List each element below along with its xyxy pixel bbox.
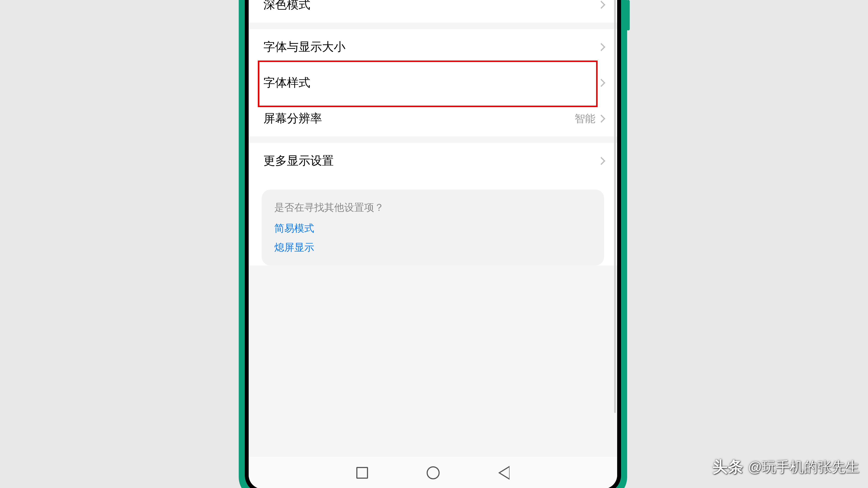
settings-section-1: 护眼模式 深色模式 bbox=[249, 0, 617, 23]
square-icon bbox=[356, 467, 368, 479]
chevron-right-icon bbox=[597, 157, 606, 165]
item-right bbox=[598, 44, 604, 50]
watermark-author: @玩手机的张先生 bbox=[748, 458, 859, 477]
item-label: 屏幕分辨率 bbox=[264, 110, 322, 126]
phone-screen: 护眼模式 深色模式 字体与显示大小 bbox=[249, 0, 617, 488]
settings-item-dark-mode[interactable]: 深色模式 bbox=[249, 0, 617, 23]
nav-recent-button[interactable] bbox=[356, 467, 368, 479]
settings-item-screen-resolution[interactable]: 屏幕分辨率 智能 bbox=[249, 101, 617, 136]
settings-scroll-area[interactable]: 护眼模式 深色模式 字体与显示大小 bbox=[249, 0, 617, 456]
suggestions-title: 是否在寻找其他设置项？ bbox=[274, 201, 592, 214]
item-label: 深色模式 bbox=[264, 0, 310, 12]
item-label: 字体与显示大小 bbox=[264, 39, 345, 55]
item-right bbox=[598, 158, 604, 164]
search-suggestions-card: 是否在寻找其他设置项？ 简易模式 熄屏显示 bbox=[262, 190, 604, 265]
item-right bbox=[598, 80, 604, 86]
chevron-right-icon bbox=[597, 79, 606, 87]
item-label: 字体样式 bbox=[264, 75, 310, 91]
circle-icon bbox=[427, 466, 440, 479]
item-right bbox=[598, 2, 604, 8]
settings-item-more-display[interactable]: 更多显示设置 bbox=[249, 143, 617, 179]
item-label: 更多显示设置 bbox=[264, 153, 334, 169]
settings-item-font-style[interactable]: 字体样式 bbox=[249, 65, 617, 101]
chevron-right-icon bbox=[597, 43, 606, 51]
suggestion-link-simple-mode[interactable]: 简易模式 bbox=[274, 222, 592, 235]
phone-bezel: 护眼模式 深色模式 字体与显示大小 bbox=[245, 0, 621, 488]
triangle-left-icon bbox=[498, 466, 509, 480]
item-value: 智能 bbox=[575, 112, 595, 126]
settings-item-font-size[interactable]: 字体与显示大小 bbox=[249, 29, 617, 65]
suggestion-link-always-on-display[interactable]: 熄屏显示 bbox=[274, 241, 592, 254]
settings-section-2: 字体与显示大小 字体样式 屏幕分辨率 bbox=[249, 29, 617, 136]
nav-home-button[interactable] bbox=[427, 466, 440, 479]
chevron-right-icon bbox=[597, 1, 606, 9]
watermark: 头条 @玩手机的张先生 bbox=[712, 457, 859, 477]
system-nav-bar bbox=[249, 456, 617, 488]
watermark-brand: 头条 bbox=[712, 457, 744, 477]
settings-section-3: 更多显示设置 是否在寻找其他设置项？ 简易模式 熄屏显示 bbox=[249, 143, 617, 265]
power-button bbox=[627, 0, 630, 30]
chevron-right-icon bbox=[597, 115, 606, 123]
scrollbar[interactable] bbox=[614, 0, 616, 413]
item-right: 智能 bbox=[575, 112, 604, 126]
phone-frame: 护眼模式 深色模式 字体与显示大小 bbox=[239, 0, 627, 488]
nav-back-button[interactable] bbox=[498, 466, 509, 480]
